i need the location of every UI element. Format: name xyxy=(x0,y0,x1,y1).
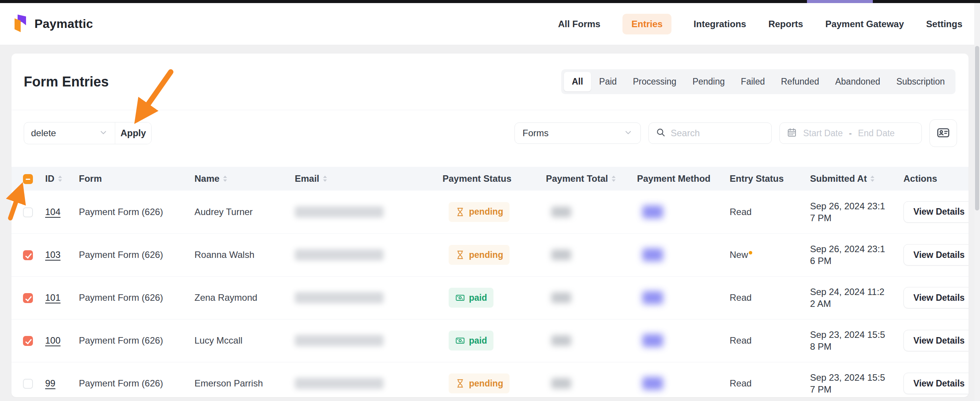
entry-status-label: Read xyxy=(730,378,751,388)
submitted-at-line2: 6 PM xyxy=(810,255,896,267)
table-row: 101 Payment Form (626) Zena Raymond paid… xyxy=(11,276,969,319)
tab-abandoned[interactable]: Abandoned xyxy=(827,72,889,91)
payment-method-redacted-blur xyxy=(642,205,663,218)
submitted-at-line1: Sep 26, 2024 23:1 xyxy=(810,243,896,255)
row-checkbox[interactable] xyxy=(23,207,33,217)
submitted-at-line2: 2 AM xyxy=(810,298,896,310)
nav-item-integrations[interactable]: Integrations xyxy=(694,19,746,29)
brand-name: Paymattic xyxy=(34,17,93,31)
column-header-id[interactable]: ID xyxy=(45,173,54,184)
row-checkbox[interactable] xyxy=(23,250,33,260)
row-checkbox[interactable] xyxy=(23,336,33,346)
tab-failed[interactable]: Failed xyxy=(733,72,773,91)
scrollbar-thumb[interactable] xyxy=(975,46,979,210)
sort-icon[interactable] xyxy=(611,175,616,183)
forms-dropdown[interactable]: Forms xyxy=(514,122,641,144)
sort-icon[interactable] xyxy=(870,175,875,183)
tab-refunded[interactable]: Refunded xyxy=(773,72,827,91)
payment-method-redacted-blur xyxy=(642,291,663,304)
submitted-at-cell: Sep 26, 2024 23:1 7 PM xyxy=(804,191,899,233)
sort-icon[interactable] xyxy=(322,175,328,183)
view-details-button[interactable]: View Details xyxy=(903,330,969,351)
browser-scrollbar[interactable] xyxy=(974,3,980,401)
nav-item-all-forms[interactable]: All Forms xyxy=(558,19,601,29)
tab-paid[interactable]: Paid xyxy=(591,72,625,91)
payment-status-label: pending xyxy=(469,378,503,389)
email-redacted-blur xyxy=(295,206,384,218)
column-header-name[interactable]: Name xyxy=(194,173,219,184)
banknote-icon xyxy=(455,336,465,346)
payment-status-badge: pending xyxy=(449,202,510,222)
apply-button[interactable]: Apply xyxy=(115,122,151,144)
table-row: 100 Payment Form (626) Lucy Mccall paid … xyxy=(11,319,969,362)
nav-item-entries[interactable]: Entries xyxy=(622,14,671,34)
nav-item-settings[interactable]: Settings xyxy=(926,19,962,29)
name-cell: Lucy Mccall xyxy=(188,319,289,362)
payment-method-redacted-blur xyxy=(642,377,663,390)
entry-id-link[interactable]: 100 xyxy=(45,335,60,346)
view-details-button[interactable]: View Details xyxy=(903,201,969,223)
entries-table-header: ID Form Name Email Payment Status Paymen… xyxy=(11,167,969,191)
search-input[interactable] xyxy=(671,128,764,139)
entries-table: ID Form Name Email Payment Status Paymen… xyxy=(11,167,969,397)
new-entry-dot xyxy=(749,251,752,254)
nav-item-payment-gateway[interactable]: Payment Gateway xyxy=(825,19,904,29)
name-cell: Roanna Walsh xyxy=(188,233,289,276)
date-separator: - xyxy=(849,128,852,139)
sort-icon[interactable] xyxy=(222,175,228,183)
form-cell: Payment Form (626) xyxy=(73,319,188,362)
column-header-payment-method: Payment Method xyxy=(637,173,710,184)
tab-pending[interactable]: Pending xyxy=(684,72,733,91)
form-cell: Payment Form (626) xyxy=(73,362,188,397)
nav-item-reports[interactable]: Reports xyxy=(768,19,803,29)
email-redacted-blur xyxy=(295,378,384,389)
column-header-email[interactable]: Email xyxy=(295,173,319,184)
submitted-at-cell: Sep 23, 2024 15:5 8 PM xyxy=(804,319,899,362)
column-header-form: Form xyxy=(79,173,102,184)
entry-status-label: New xyxy=(730,249,748,260)
payment-total-redacted-blur xyxy=(551,335,571,346)
date-range-picker[interactable]: Start Date - End Date xyxy=(779,122,922,144)
tab-subscription[interactable]: Subscription xyxy=(888,72,953,91)
submitted-at-line2: 7 PM xyxy=(810,383,896,395)
form-cell: Payment Form (626) xyxy=(73,276,188,319)
entry-status-label: Read xyxy=(730,292,751,303)
column-header-submitted-at[interactable]: Submitted At xyxy=(810,173,867,184)
bulk-actions-group: delete Apply xyxy=(24,122,152,144)
entry-id-link[interactable]: 103 xyxy=(45,249,60,260)
calendar-icon xyxy=(787,127,797,139)
email-redacted-blur xyxy=(295,292,384,303)
row-checkbox[interactable] xyxy=(23,379,33,389)
bulk-action-select[interactable]: delete xyxy=(24,122,115,144)
entry-status-label: Read xyxy=(730,207,751,217)
tab-all[interactable]: All xyxy=(564,72,591,91)
payment-status-badge: pending xyxy=(449,373,510,393)
paymattic-logo-icon xyxy=(11,14,29,34)
payment-total-redacted-blur xyxy=(551,207,571,217)
entries-table-body: 104 Payment Form (626) Audrey Turner pen… xyxy=(11,191,969,397)
table-row: 104 Payment Form (626) Audrey Turner pen… xyxy=(11,191,969,233)
submitted-at-cell: Sep 26, 2024 23:1 6 PM xyxy=(804,233,899,276)
forms-dropdown-value: Forms xyxy=(523,128,549,139)
bulk-action-value: delete xyxy=(31,128,56,139)
row-checkbox[interactable] xyxy=(23,293,33,303)
email-redacted-blur xyxy=(295,335,384,346)
hourglass-icon xyxy=(455,250,465,260)
select-all-checkbox[interactable] xyxy=(23,174,33,184)
view-details-button[interactable]: View Details xyxy=(903,287,969,308)
column-header-payment-total[interactable]: Payment Total xyxy=(546,173,608,184)
view-details-button[interactable]: View Details xyxy=(903,244,969,266)
entry-id-link[interactable]: 104 xyxy=(45,207,60,217)
entry-columns-button[interactable] xyxy=(929,119,957,147)
tab-processing[interactable]: Processing xyxy=(625,72,684,91)
payment-method-redacted-blur xyxy=(642,334,663,347)
view-details-button[interactable]: View Details xyxy=(903,373,969,394)
banknote-icon xyxy=(455,293,465,303)
entry-id-link[interactable]: 101 xyxy=(45,292,60,303)
column-header-entry-status: Entry Status xyxy=(730,173,784,184)
entry-id-link[interactable]: 99 xyxy=(45,378,56,388)
sort-icon[interactable] xyxy=(57,175,63,183)
chevron-down-icon xyxy=(624,128,633,139)
submitted-at-cell: Sep 24, 2024 11:2 2 AM xyxy=(804,276,899,319)
card-header: Form Entries AllPaidProcessingPendingFai… xyxy=(11,54,969,110)
